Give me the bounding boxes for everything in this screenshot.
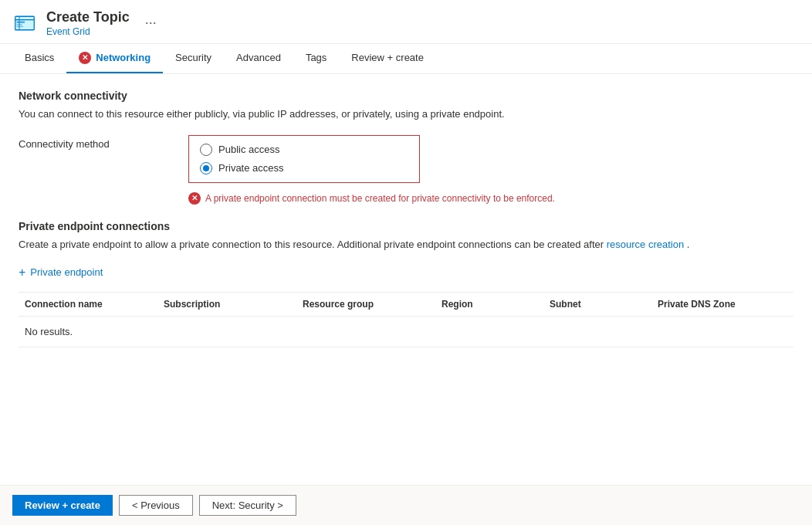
- page-icon: [12, 11, 37, 36]
- tab-bar: Basics ✕ Networking Security Advanced Ta…: [0, 44, 812, 74]
- previous-button[interactable]: < Previous: [119, 495, 193, 516]
- page-subtitle: Event Grid: [46, 26, 130, 37]
- svg-rect-4: [17, 21, 25, 23]
- header-text-group: Create Topic Event Grid: [46, 9, 130, 37]
- col-resource-group: Resource group: [296, 299, 435, 310]
- connectivity-error-message: ✕ A private endpoint connection must be …: [188, 192, 793, 205]
- footer-actions: Review + create < Previous Next: Securit…: [0, 485, 812, 525]
- more-options-icon[interactable]: ···: [145, 15, 157, 31]
- tab-networking[interactable]: ✕ Networking: [66, 44, 163, 73]
- page-title: Create Topic: [46, 9, 130, 26]
- public-access-label: Public access: [218, 144, 279, 155]
- private-endpoint-description: Create a private endpoint to allow a pri…: [19, 239, 793, 250]
- error-text: A private endpoint connection must be cr…: [205, 193, 555, 204]
- private-endpoint-title: Private endpoint connections: [19, 220, 793, 232]
- col-dns-zone: Private DNS Zone: [651, 299, 793, 310]
- connectivity-method-label: Connectivity method: [19, 135, 173, 150]
- col-subnet: Subnet: [543, 299, 651, 310]
- table-header-row: Connection name Subscription Resource gr…: [19, 293, 793, 317]
- tab-security[interactable]: Security: [163, 44, 224, 73]
- svg-rect-5: [17, 24, 22, 25]
- error-icon: ✕: [188, 192, 201, 205]
- tab-advanced[interactable]: Advanced: [224, 44, 293, 73]
- network-connectivity-description: You can connect to this resource either …: [19, 108, 793, 120]
- private-access-radio[interactable]: [200, 162, 212, 174]
- public-access-option[interactable]: Public access: [200, 144, 408, 156]
- tab-review-create[interactable]: Review + create: [339, 44, 436, 73]
- add-private-endpoint-link[interactable]: + Private endpoint: [19, 266, 793, 279]
- pe-desc-part1: Create a private endpoint to allow a pri…: [19, 239, 604, 250]
- endpoints-table: Connection name Subscription Resource gr…: [19, 292, 793, 347]
- tab-tags[interactable]: Tags: [293, 44, 339, 73]
- svg-rect-6: [17, 25, 24, 27]
- tab-basics[interactable]: Basics: [12, 44, 66, 73]
- col-connection-name: Connection name: [19, 299, 157, 310]
- resource-creation-link[interactable]: resource creation: [607, 239, 684, 250]
- add-icon: +: [19, 266, 25, 279]
- next-security-button[interactable]: Next: Security >: [199, 495, 296, 516]
- main-content: Network connectivity You can connect to …: [0, 74, 812, 485]
- connectivity-method-control: Public access Private access: [188, 135, 793, 183]
- private-access-option[interactable]: Private access: [200, 162, 408, 174]
- pe-desc-part2: .: [687, 239, 690, 250]
- connectivity-method-row: Connectivity method Public access Privat…: [19, 135, 793, 183]
- col-region: Region: [435, 299, 543, 310]
- col-subscription: Subscription: [157, 299, 296, 310]
- network-connectivity-title: Network connectivity: [19, 90, 793, 102]
- no-results-text: No results.: [19, 317, 793, 347]
- add-endpoint-label: Private endpoint: [30, 266, 103, 278]
- page-header: Create Topic Event Grid ···: [0, 0, 812, 44]
- connectivity-options-box: Public access Private access: [188, 135, 420, 183]
- private-access-label: Private access: [218, 162, 284, 174]
- public-access-radio[interactable]: [200, 144, 212, 156]
- networking-error-icon: ✕: [79, 52, 91, 64]
- review-create-button[interactable]: Review + create: [12, 495, 113, 516]
- private-endpoint-section: Private endpoint connections Create a pr…: [19, 220, 793, 347]
